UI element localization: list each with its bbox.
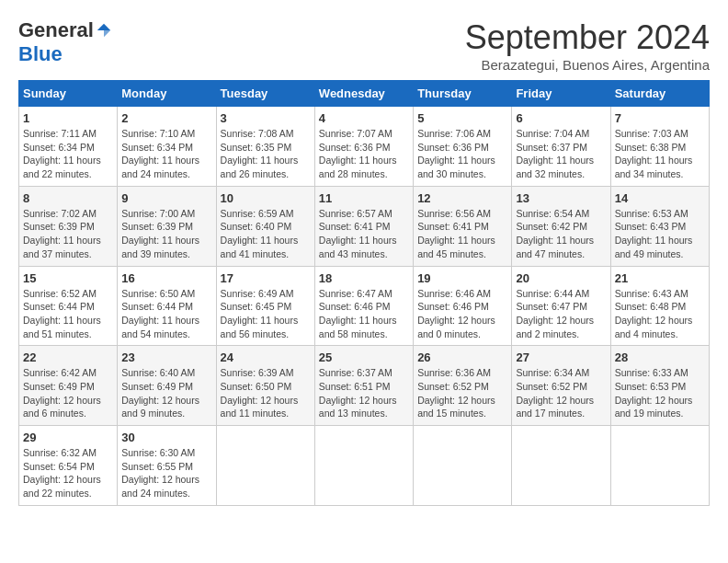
table-row — [512, 426, 610, 506]
title-section: September 2024 Berazategui, Buenos Aires… — [465, 18, 710, 73]
svg-marker-1 — [104, 30, 110, 37]
day-info: Sunrise: 6:50 AM Sunset: 6:44 PM Dayligh… — [121, 287, 211, 341]
table-row — [216, 426, 314, 506]
location-subtitle: Berazategui, Buenos Aires, Argentina — [465, 57, 710, 73]
table-row — [414, 426, 512, 506]
day-info: Sunrise: 7:00 AM Sunset: 6:39 PM Dayligh… — [121, 207, 211, 261]
table-row — [314, 426, 413, 506]
day-info: Sunrise: 6:52 AM Sunset: 6:44 PM Dayligh… — [23, 287, 113, 341]
page-header: General Blue September 2024 Berazategui,… — [18, 18, 710, 73]
day-number: 11 — [319, 191, 409, 205]
day-info: Sunrise: 6:37 AM Sunset: 6:51 PM Dayligh… — [319, 366, 409, 420]
day-number: 13 — [516, 191, 606, 205]
table-row: 24 Sunrise: 6:39 AM Sunset: 6:50 PM Dayl… — [216, 346, 314, 426]
table-row: 6 Sunrise: 7:04 AM Sunset: 6:37 PM Dayli… — [512, 107, 610, 187]
day-info: Sunrise: 6:32 AM Sunset: 6:54 PM Dayligh… — [23, 446, 113, 500]
header-friday: Friday — [512, 81, 610, 107]
day-info: Sunrise: 6:53 AM Sunset: 6:43 PM Dayligh… — [615, 207, 705, 261]
day-info: Sunrise: 6:34 AM Sunset: 6:52 PM Dayligh… — [516, 366, 606, 420]
table-row: 28 Sunrise: 6:33 AM Sunset: 6:53 PM Dayl… — [610, 346, 709, 426]
table-row: 18 Sunrise: 6:47 AM Sunset: 6:46 PM Dayl… — [314, 266, 413, 346]
day-info: Sunrise: 7:07 AM Sunset: 6:36 PM Dayligh… — [319, 127, 409, 181]
logo-blue-text: Blue — [18, 42, 63, 66]
table-row: 7 Sunrise: 7:03 AM Sunset: 6:38 PM Dayli… — [610, 107, 709, 187]
day-info: Sunrise: 6:56 AM Sunset: 6:41 PM Dayligh… — [417, 207, 507, 261]
table-row: 12 Sunrise: 6:56 AM Sunset: 6:41 PM Dayl… — [414, 186, 512, 266]
table-row: 21 Sunrise: 6:43 AM Sunset: 6:48 PM Dayl… — [610, 266, 709, 346]
table-row: 17 Sunrise: 6:49 AM Sunset: 6:45 PM Dayl… — [216, 266, 314, 346]
day-number: 25 — [319, 350, 409, 364]
day-number: 23 — [121, 350, 211, 364]
day-number: 22 — [23, 350, 113, 364]
svg-marker-0 — [97, 24, 110, 30]
table-row: 16 Sunrise: 6:50 AM Sunset: 6:44 PM Dayl… — [118, 266, 216, 346]
table-row: 14 Sunrise: 6:53 AM Sunset: 6:43 PM Dayl… — [610, 186, 709, 266]
day-number: 21 — [615, 271, 705, 285]
calendar-week-1: 1 Sunrise: 7:11 AM Sunset: 6:34 PM Dayli… — [19, 107, 710, 187]
calendar-header-row: Sunday Monday Tuesday Wednesday Thursday… — [19, 81, 710, 107]
day-info: Sunrise: 6:54 AM Sunset: 6:42 PM Dayligh… — [516, 207, 606, 261]
table-row: 11 Sunrise: 6:57 AM Sunset: 6:41 PM Dayl… — [314, 186, 413, 266]
calendar-week-2: 8 Sunrise: 7:02 AM Sunset: 6:39 PM Dayli… — [19, 186, 710, 266]
day-info: Sunrise: 6:46 AM Sunset: 6:46 PM Dayligh… — [417, 287, 507, 341]
day-info: Sunrise: 6:47 AM Sunset: 6:46 PM Dayligh… — [319, 287, 409, 341]
day-number: 16 — [121, 271, 211, 285]
day-number: 1 — [23, 111, 113, 125]
day-info: Sunrise: 6:49 AM Sunset: 6:45 PM Dayligh… — [221, 287, 311, 341]
table-row: 30 Sunrise: 6:30 AM Sunset: 6:55 PM Dayl… — [118, 426, 216, 506]
day-info: Sunrise: 7:08 AM Sunset: 6:35 PM Dayligh… — [221, 127, 311, 181]
table-row: 3 Sunrise: 7:08 AM Sunset: 6:35 PM Dayli… — [216, 107, 314, 187]
day-info: Sunrise: 6:33 AM Sunset: 6:53 PM Dayligh… — [615, 366, 705, 420]
table-row: 27 Sunrise: 6:34 AM Sunset: 6:52 PM Dayl… — [512, 346, 610, 426]
table-row: 10 Sunrise: 6:59 AM Sunset: 6:40 PM Dayl… — [216, 186, 314, 266]
table-row: 23 Sunrise: 6:40 AM Sunset: 6:49 PM Dayl… — [118, 346, 216, 426]
day-number: 2 — [121, 111, 211, 125]
table-row: 29 Sunrise: 6:32 AM Sunset: 6:54 PM Dayl… — [19, 426, 118, 506]
day-number: 8 — [23, 191, 113, 205]
table-row: 9 Sunrise: 7:00 AM Sunset: 6:39 PM Dayli… — [118, 186, 216, 266]
calendar-week-3: 15 Sunrise: 6:52 AM Sunset: 6:44 PM Dayl… — [19, 266, 710, 346]
day-info: Sunrise: 6:44 AM Sunset: 6:47 PM Dayligh… — [516, 287, 606, 341]
day-info: Sunrise: 6:59 AM Sunset: 6:40 PM Dayligh… — [221, 207, 311, 261]
day-info: Sunrise: 7:02 AM Sunset: 6:39 PM Dayligh… — [23, 207, 113, 261]
day-info: Sunrise: 6:40 AM Sunset: 6:49 PM Dayligh… — [121, 366, 211, 420]
header-tuesday: Tuesday — [216, 81, 314, 107]
day-number: 10 — [221, 191, 311, 205]
table-row: 13 Sunrise: 6:54 AM Sunset: 6:42 PM Dayl… — [512, 186, 610, 266]
day-number: 28 — [615, 350, 705, 364]
day-info: Sunrise: 6:30 AM Sunset: 6:55 PM Dayligh… — [121, 446, 211, 500]
calendar-table: Sunday Monday Tuesday Wednesday Thursday… — [18, 80, 710, 506]
day-info: Sunrise: 7:03 AM Sunset: 6:38 PM Dayligh… — [615, 127, 705, 181]
day-info: Sunrise: 6:43 AM Sunset: 6:48 PM Dayligh… — [615, 287, 705, 341]
day-number: 27 — [516, 350, 606, 364]
month-title: September 2024 — [465, 18, 710, 57]
table-row: 20 Sunrise: 6:44 AM Sunset: 6:47 PM Dayl… — [512, 266, 610, 346]
table-row: 2 Sunrise: 7:10 AM Sunset: 6:34 PM Dayli… — [118, 107, 216, 187]
logo-icon — [96, 22, 112, 39]
table-row: 26 Sunrise: 6:36 AM Sunset: 6:52 PM Dayl… — [414, 346, 512, 426]
logo: General Blue — [18, 18, 112, 66]
table-row — [610, 426, 709, 506]
day-number: 18 — [319, 271, 409, 285]
header-saturday: Saturday — [610, 81, 709, 107]
day-info: Sunrise: 6:39 AM Sunset: 6:50 PM Dayligh… — [221, 366, 311, 420]
day-number: 4 — [319, 111, 409, 125]
day-number: 5 — [417, 111, 507, 125]
day-number: 29 — [23, 431, 113, 444]
day-number: 3 — [221, 111, 311, 125]
table-row: 22 Sunrise: 6:42 AM Sunset: 6:49 PM Dayl… — [19, 346, 118, 426]
calendar-week-4: 22 Sunrise: 6:42 AM Sunset: 6:49 PM Dayl… — [19, 346, 710, 426]
header-thursday: Thursday — [414, 81, 512, 107]
day-number: 9 — [121, 191, 211, 205]
table-row: 19 Sunrise: 6:46 AM Sunset: 6:46 PM Dayl… — [414, 266, 512, 346]
day-number: 17 — [221, 271, 311, 285]
header-sunday: Sunday — [19, 81, 118, 107]
table-row: 15 Sunrise: 6:52 AM Sunset: 6:44 PM Dayl… — [19, 266, 118, 346]
table-row: 25 Sunrise: 6:37 AM Sunset: 6:51 PM Dayl… — [314, 346, 413, 426]
day-info: Sunrise: 7:10 AM Sunset: 6:34 PM Dayligh… — [121, 127, 211, 181]
day-info: Sunrise: 6:36 AM Sunset: 6:52 PM Dayligh… — [417, 366, 507, 420]
header-wednesday: Wednesday — [314, 81, 413, 107]
day-number: 26 — [417, 350, 507, 364]
day-number: 15 — [23, 271, 113, 285]
day-number: 20 — [516, 271, 606, 285]
